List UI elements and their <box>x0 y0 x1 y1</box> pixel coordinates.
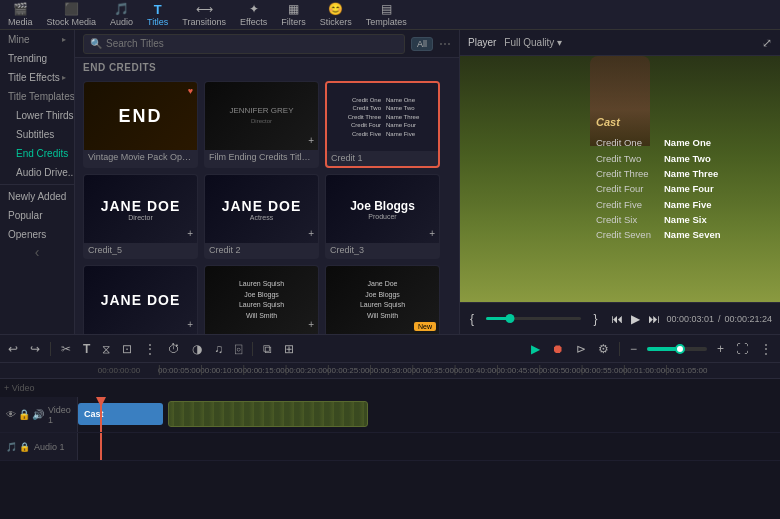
tab-filters[interactable]: ▦ Filters <box>281 2 306 27</box>
color-icon[interactable]: ◑ <box>190 342 204 356</box>
sidebar-item-audio-drive[interactable]: Audio Drive... <box>0 163 74 182</box>
search-input[interactable] <box>106 38 398 49</box>
zoom-in-icon[interactable]: + <box>715 342 726 356</box>
sidebar-item-title-templates[interactable]: Title Templates ▾ <box>0 87 74 106</box>
time-current: 00:00:03:01 <box>666 314 714 324</box>
panel-toolbar: 🔍 All ⋯ <box>75 30 459 58</box>
media-icon: 🎬 <box>12 2 28 16</box>
template-credit4[interactable]: JANE DOE + Credit 4 <box>83 265 198 334</box>
ruler-marks: 00:00:05:00 00:00:10:00 00:00:15:00 00:0… <box>158 366 707 375</box>
redo-icon[interactable]: ↪ <box>28 342 42 356</box>
tab-stickers[interactable]: 😊 Stickers <box>320 2 352 27</box>
sidebar-item-mine[interactable]: Mine ▸ <box>0 30 74 49</box>
credit-row-6: Credit Seven Name Seven <box>596 228 772 241</box>
center-panel: 🔍 All ⋯ END CREDITS END ♥ Vintage Movie … <box>75 30 460 334</box>
template-thumb-credit5: JANE DOE Director + <box>84 175 197 243</box>
ruler-left-pad: 00:00:00:00 <box>80 366 158 375</box>
crop-icon[interactable]: ⊡ <box>120 342 134 356</box>
sidebar-item-newly-added[interactable]: Newly Added <box>0 187 74 206</box>
speed-icon[interactable]: ⏱ <box>166 342 182 356</box>
toolbar-divider-3 <box>619 342 620 356</box>
forward-icon[interactable]: ⏭ <box>646 312 662 326</box>
play-icon[interactable]: ▶ <box>629 312 642 326</box>
paste-icon[interactable]: ⊞ <box>282 342 296 356</box>
track-audio-icon[interactable]: 🔊 <box>32 409 44 420</box>
fullscreen-icon[interactable]: ⛶ <box>734 342 750 356</box>
more-icon[interactable]: ⋮ <box>758 342 774 356</box>
timeline-record-icon[interactable]: ⏺ <box>550 342 566 356</box>
template-film-ending[interactable]: JENNIFER GREYDirector + Film Ending Cred… <box>204 81 319 168</box>
track-header-video1: 👁 🔒 🔊 Video 1 <box>0 397 78 432</box>
time-separator: / <box>718 314 721 324</box>
credit-key-2: Credit Three <box>596 167 656 180</box>
track-lock-icon[interactable]: 🔒 <box>18 409 30 420</box>
search-box[interactable]: 🔍 <box>83 34 405 54</box>
sidebar-item-popular[interactable]: Popular <box>0 206 74 225</box>
sidebar-item-openers[interactable]: Openers <box>0 225 74 244</box>
zoom-handle[interactable] <box>675 344 685 354</box>
maximize-icon[interactable]: ⤢ <box>762 36 772 50</box>
template-credit5[interactable]: JANE DOE Director + Credit_5 <box>83 174 198 259</box>
credit-key-0: Credit One <box>596 136 656 149</box>
copy-icon[interactable]: ⧉ <box>261 342 274 356</box>
template-thumb-credit2: JANE DOE Actress + <box>205 175 318 243</box>
zoom-slider[interactable] <box>647 347 707 351</box>
sidebar-item-title-effects[interactable]: Title Effects ▸ <box>0 68 74 87</box>
track-audio-visibility-icon[interactable]: 🎵 <box>6 442 17 452</box>
link-icon[interactable]: ⧖ <box>100 342 112 356</box>
sidebar-item-trending[interactable]: Trending <box>0 49 74 68</box>
tab-effects[interactable]: ✦ Effects <box>240 2 267 27</box>
sidebar-divider <box>0 184 74 185</box>
plus-icon-credit13: + <box>308 319 314 330</box>
split-icon[interactable]: { <box>468 312 476 326</box>
template-credit3[interactable]: Joe Bloggs Producer + Credit_3 <box>325 174 440 259</box>
quality-selector[interactable]: Full Quality ▾ <box>504 37 562 48</box>
undo-icon[interactable]: ↩ <box>6 342 20 356</box>
sidebar-item-end-credits[interactable]: End Credits <box>0 144 74 163</box>
ruler-mark-4: 00:00:25:00 <box>327 366 369 375</box>
credit-val-6: Name Seven <box>664 228 721 241</box>
stabilize-icon[interactable]: ⌻ <box>233 342 244 356</box>
timeline-play-icon[interactable]: ▶ <box>529 342 542 356</box>
tab-templates[interactable]: ▤ Templates <box>366 2 407 27</box>
add-track-icon[interactable]: + Video <box>4 383 35 393</box>
filter-badge[interactable]: All <box>411 37 433 51</box>
audio-sync-icon[interactable]: ♫ <box>212 342 225 356</box>
template-credit11[interactable]: Jane Doe Joe Bloggs Lauren Squish Will S… <box>325 265 440 334</box>
plus-icon-credit5: + <box>187 228 193 239</box>
credit-key-3: Credit Four <box>596 182 656 195</box>
timeline-settings-icon[interactable]: ⚙ <box>596 342 611 356</box>
cut-icon[interactable]: ✂ <box>59 342 73 356</box>
template-credit1[interactable]: Credit One Name One Credit Two Name Two … <box>325 81 440 168</box>
ruler-mark-8: 00:00:45:00 <box>496 366 538 375</box>
effects-icon: ✦ <box>246 2 262 16</box>
progress-dot <box>505 314 514 323</box>
template-credit2[interactable]: JANE DOE Actress + Credit 2 <box>204 174 319 259</box>
rewind-icon[interactable]: ⏮ <box>609 312 625 326</box>
sidebar-collapse-icon[interactable]: ‹ <box>35 244 40 260</box>
panel-more-icon[interactable]: ⋯ <box>439 37 451 51</box>
sidebar-item-lower-thirds[interactable]: Lower Thirds <box>0 106 74 125</box>
clip-cast[interactable]: Cast <box>78 403 163 425</box>
sidebar-item-subtitles[interactable]: Subtitles <box>0 125 74 144</box>
tab-transitions[interactable]: ⟷ Transitions <box>182 2 226 27</box>
tab-media[interactable]: 🎬 Media <box>8 2 33 27</box>
track-visibility-icon[interactable]: 👁 <box>6 409 16 420</box>
template-label-film: Film Ending Credits Title 10 <box>205 150 318 165</box>
tab-titles[interactable]: T Titles <box>147 2 168 27</box>
split-tool-icon[interactable]: ⋮ <box>142 342 158 356</box>
zoom-out-icon[interactable]: − <box>628 342 639 356</box>
tab-stock-media[interactable]: ⬛ Stock Media <box>47 2 97 27</box>
text-tool-icon[interactable]: T <box>81 342 92 356</box>
end-bracket-icon[interactable]: } <box>591 312 599 326</box>
template-credit13[interactable]: Lauren Squish Joe Bloggs Lauren Squish W… <box>204 265 319 334</box>
chevron-mine-icon: ▸ <box>62 35 66 44</box>
track-audio-lock2-icon[interactable]: 🔒 <box>19 442 30 452</box>
section-label: END CREDITS <box>75 58 459 75</box>
clip-video-main[interactable] <box>168 401 368 427</box>
template-vintage[interactable]: END ♥ Vintage Movie Pack Opener... <box>83 81 198 168</box>
template-thumb-credit3: Joe Bloggs Producer + <box>326 175 439 243</box>
tab-audio[interactable]: 🎵 Audio <box>110 2 133 27</box>
progress-bar[interactable] <box>486 317 581 320</box>
timeline-snap-icon[interactable]: ⊳ <box>574 342 588 356</box>
